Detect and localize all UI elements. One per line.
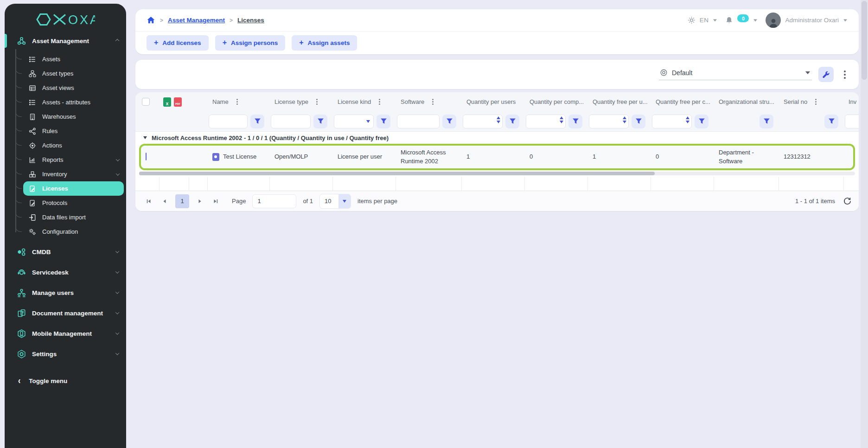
spinner-up-icon[interactable]	[497, 116, 500, 119]
sidebar-item-document-management[interactable]: Document management	[5, 303, 126, 323]
sidebar-item-label: Asset Management	[32, 38, 89, 45]
spinner-down-icon[interactable]	[497, 121, 500, 123]
spinner-up-icon[interactable]	[560, 116, 563, 119]
sidebar-item-assets[interactable]: Assets	[23, 52, 124, 66]
export-excel-icon[interactable]: x	[163, 97, 171, 107]
items-per-page-select[interactable]: 10	[319, 194, 351, 209]
chevron-down-icon[interactable]	[713, 19, 717, 21]
sidebar-item-asset-types[interactable]: Asset types	[23, 66, 124, 81]
spinner-up-icon[interactable]	[686, 116, 689, 119]
org-structure-filter-button[interactable]	[760, 115, 773, 128]
qty-free-per-u-filter-button[interactable]	[632, 115, 645, 128]
column-menu-icon[interactable]	[236, 101, 238, 102]
sidebar-item-assets-attributes[interactable]: Assets - attributes	[23, 95, 124, 109]
sidebar-item-rules[interactable]: Rules	[23, 124, 124, 138]
page-number-input[interactable]	[252, 194, 296, 208]
invoice-filter-input[interactable]	[845, 115, 859, 128]
language-selector[interactable]: EN	[700, 17, 709, 24]
column-header-software[interactable]: Software	[396, 98, 462, 105]
user-name[interactable]: Administrator Oxari	[785, 17, 839, 24]
view-selector-dropdown[interactable]: Default	[659, 69, 812, 80]
column-menu-icon[interactable]	[432, 101, 434, 102]
license-kind-filter-button[interactable]	[377, 115, 390, 128]
current-page-button[interactable]: 1	[175, 194, 189, 208]
target-icon	[29, 142, 36, 149]
name-filter-input[interactable]	[209, 115, 248, 128]
chevron-down-icon[interactable]	[753, 19, 757, 21]
column-header-org-structure[interactable]: Organizational stru...	[714, 98, 779, 105]
software-filter-button[interactable]	[442, 115, 456, 128]
page-scrollbar[interactable]	[861, 0, 868, 448]
license-type-filter-input[interactable]	[271, 115, 311, 128]
sidebar-item-manage-users[interactable]: Manage users	[5, 282, 126, 303]
breadcrumb-licenses[interactable]: Licenses	[237, 17, 264, 24]
sidebar-item-reports[interactable]: Reports	[23, 153, 124, 167]
column-header-serial-no[interactable]: Serial no	[779, 98, 844, 105]
sidebar-item-settings[interactable]: Settings	[5, 344, 126, 364]
home-icon[interactable]	[147, 16, 155, 25]
row-checkbox[interactable]	[146, 153, 147, 160]
name-filter-button[interactable]	[250, 115, 264, 128]
breadcrumb: > Asset Management > Licenses	[147, 16, 264, 25]
add-licenses-button[interactable]: +Add licenses	[147, 35, 209, 51]
scrollbar-thumb[interactable]	[139, 172, 655, 175]
column-header-qty-per-comp[interactable]: Quantity per comp...	[525, 98, 588, 105]
prev-page-button[interactable]	[159, 195, 171, 207]
chevron-down-icon[interactable]	[843, 19, 847, 21]
qty-free-per-c-filter-button[interactable]	[695, 115, 708, 128]
serial-no-filter-button[interactable]	[824, 115, 838, 128]
column-header-qty-free-per-u[interactable]: Quantity free per u...	[588, 98, 651, 105]
gear-icon[interactable]	[688, 16, 696, 24]
column-header-qty-free-per-c[interactable]: Quantity free per c...	[651, 98, 714, 105]
table-row-test-license[interactable]: Test License Open/MOLP License per user …	[139, 144, 855, 170]
assign-persons-button[interactable]: +Assign persons	[215, 35, 286, 51]
collapse-group-icon[interactable]	[143, 136, 147, 139]
funnel-icon	[763, 118, 770, 125]
avatar[interactable]	[766, 13, 781, 28]
toggle-menu-button[interactable]: ‹ Toggle menu	[5, 371, 126, 391]
sidebar-item-asset-views[interactable]: Asset views	[23, 81, 124, 95]
sidebar-item-licenses[interactable]: Licenses	[23, 181, 124, 196]
column-menu-icon[interactable]	[379, 101, 380, 102]
sidebar-item-inventory[interactable]: Inventory	[23, 167, 124, 181]
last-page-button[interactable]	[210, 195, 222, 207]
group-header-row[interactable]: Microsoft Access Runtime 2002 - 1 / 0 / …	[135, 132, 859, 144]
first-page-button[interactable]	[143, 195, 155, 207]
spinner-down-icon[interactable]	[560, 121, 563, 123]
refresh-icon[interactable]	[843, 197, 851, 205]
sidebar-item-warehouses[interactable]: Warehouses	[23, 109, 124, 124]
sidebar-item-cmdb[interactable]: CMDB	[5, 242, 126, 262]
sidebar-item-protocols[interactable]: Protocols	[23, 196, 124, 210]
sidebar-item-data-files-import[interactable]: Data files import	[23, 210, 124, 224]
qty-per-users-filter-button[interactable]	[505, 115, 519, 128]
column-header-invoice[interactable]: Inv	[844, 98, 859, 105]
toolbar-menu-button[interactable]	[844, 74, 846, 76]
column-header-name[interactable]: Name	[208, 98, 270, 105]
notification-badge[interactable]: 0	[737, 14, 749, 22]
sidebar-item-asset-management[interactable]: Asset Management	[5, 31, 126, 51]
export-pdf-icon[interactable]: PDF	[174, 97, 182, 107]
column-header-license-kind[interactable]: License kind	[333, 98, 396, 105]
license-type-filter-button[interactable]	[313, 115, 327, 128]
column-header-qty-per-users[interactable]: Quantity per users	[462, 98, 525, 105]
assign-assets-button[interactable]: +Assign assets	[292, 35, 357, 51]
scrollbar-thumb[interactable]	[862, 1, 867, 80]
select-all-checkbox[interactable]	[142, 98, 150, 106]
sidebar-item-configuration[interactable]: Configuration	[23, 224, 124, 239]
breadcrumb-asset-management[interactable]: Asset Management	[168, 17, 225, 24]
bell-icon[interactable]	[725, 16, 733, 24]
sidebar-item-actions[interactable]: Actions	[23, 138, 124, 153]
column-menu-icon[interactable]	[316, 101, 318, 102]
spinner-down-icon[interactable]	[686, 121, 689, 123]
spinner-up-icon[interactable]	[623, 116, 626, 119]
grid-settings-button[interactable]	[818, 67, 834, 82]
next-page-button[interactable]	[194, 195, 206, 207]
sidebar-item-servicedesk[interactable]: Servicedesk	[5, 262, 126, 282]
column-menu-icon[interactable]	[815, 101, 817, 102]
column-header-license-type[interactable]: License type	[270, 98, 333, 105]
sidebar-item-mobile-management[interactable]: Mobile Management	[5, 323, 126, 344]
spinner-down-icon[interactable]	[623, 121, 626, 123]
qty-per-comp-filter-button[interactable]	[568, 115, 582, 128]
software-filter-input[interactable]	[397, 115, 440, 128]
horizontal-scrollbar[interactable]	[139, 172, 855, 175]
